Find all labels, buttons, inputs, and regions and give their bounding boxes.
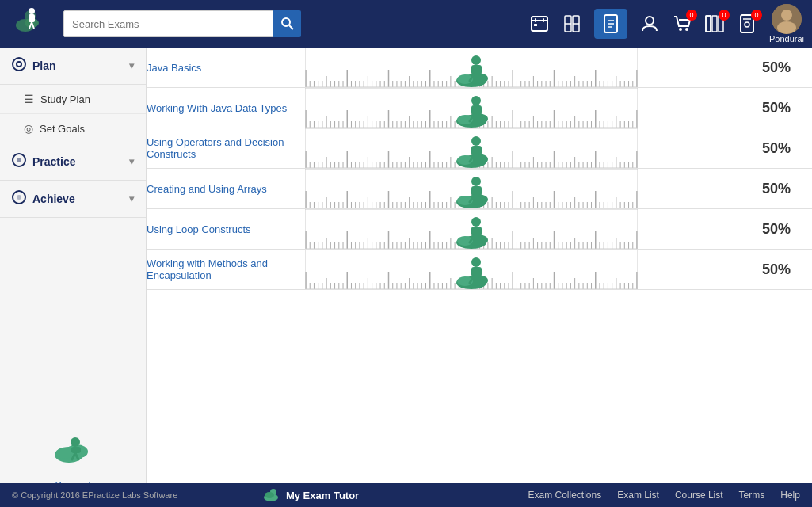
layout: Plan ▾ ☰ Study Plan ◎ Set Goals Practice… xyxy=(0,48,812,507)
plan-label: Plan xyxy=(32,59,56,72)
topic-cell: Working With Java Data Types xyxy=(147,88,305,128)
svg-rect-496 xyxy=(471,227,482,236)
sidebar-item-practice[interactable]: Practice ▾ xyxy=(0,143,146,181)
plan-chevron: ▾ xyxy=(129,60,134,71)
topic-cell: Using Operators and Decision Constructs xyxy=(147,128,305,169)
support-icon xyxy=(51,425,95,475)
document-icon-btn[interactable] xyxy=(594,9,627,39)
score-cell: 50% xyxy=(741,88,812,128)
sidebar-item-set-goals[interactable]: ◎ Set Goals xyxy=(0,114,146,143)
footer-link[interactable]: Exam List xyxy=(617,490,659,501)
search-button[interactable] xyxy=(273,10,301,37)
plan-icon xyxy=(12,57,26,74)
sidebar: Plan ▾ ☰ Study Plan ◎ Set Goals Practice… xyxy=(0,48,147,507)
topic-link[interactable]: Working With Java Data Types xyxy=(147,102,287,114)
topic-cell: Creating and Using Arrays xyxy=(147,169,305,209)
svg-point-34 xyxy=(777,21,796,34)
svg-rect-136 xyxy=(471,65,482,74)
svg-rect-27 xyxy=(712,16,717,32)
svg-point-591 xyxy=(265,492,274,498)
svg-point-3 xyxy=(29,8,35,14)
user-area[interactable]: Pondurai xyxy=(769,4,804,44)
practice-label: Practice xyxy=(32,155,75,168)
svg-point-315 xyxy=(471,136,481,146)
set-goals-label: Set Goals xyxy=(40,123,85,135)
svg-line-8 xyxy=(289,25,293,29)
study-plan-icon: ☰ xyxy=(24,93,34,105)
achieve-label: Achieve xyxy=(32,193,75,205)
main-content: Java Basics50%Working With Java Data Typ… xyxy=(147,48,812,507)
svg-rect-46 xyxy=(71,447,81,453)
svg-rect-25 xyxy=(706,16,711,32)
progress-cell xyxy=(305,250,741,290)
svg-rect-12 xyxy=(543,18,544,22)
profile-icon-btn[interactable] xyxy=(529,13,550,34)
cart-icon-btn[interactable]: 0 xyxy=(672,13,692,34)
user-icon-btn[interactable] xyxy=(639,13,660,34)
svg-point-41 xyxy=(17,195,21,200)
svg-rect-9 xyxy=(532,17,547,31)
svg-rect-586 xyxy=(471,267,482,276)
app-footer: © Copyright 2016 EPractize Labs Software… xyxy=(0,483,812,507)
svg-rect-316 xyxy=(471,146,482,155)
achieve-chevron: ▾ xyxy=(129,193,134,204)
score-cell: 50% xyxy=(741,250,812,290)
topic-cell: Java Basics xyxy=(147,48,305,88)
book-icon-btn[interactable] xyxy=(562,13,582,34)
document2-badge: 0 xyxy=(751,10,762,21)
table-row: Creating and Using Arrays50% xyxy=(147,169,812,209)
footer-link[interactable]: Exam Collections xyxy=(528,490,602,501)
topic-link[interactable]: Java Basics xyxy=(147,62,201,74)
table-row: Using Operators and Decision Constructs5… xyxy=(147,128,812,169)
svg-point-45 xyxy=(71,437,80,447)
topic-link[interactable]: Using Loop Constructs xyxy=(147,223,251,235)
svg-point-7 xyxy=(282,18,290,26)
achieve-icon xyxy=(12,190,26,208)
username: Pondurai xyxy=(769,34,804,44)
svg-rect-4 xyxy=(29,14,35,22)
progress-cell xyxy=(305,88,741,128)
logo xyxy=(8,4,55,44)
svg-point-24 xyxy=(685,28,688,31)
svg-rect-13 xyxy=(534,24,537,26)
footer-link[interactable]: Course List xyxy=(675,490,723,501)
svg-point-44 xyxy=(56,448,72,459)
svg-point-37 xyxy=(17,63,21,66)
sidebar-item-plan[interactable]: Plan ▾ xyxy=(0,48,146,85)
sidebar-item-study-plan[interactable]: ☰ Study Plan xyxy=(0,85,146,114)
svg-point-585 xyxy=(471,257,481,267)
footer-logo-icon xyxy=(262,485,280,506)
footer-link[interactable]: Help xyxy=(780,490,800,501)
svg-point-33 xyxy=(781,10,792,21)
progress-cell xyxy=(305,48,741,88)
sidebar-item-achieve[interactable]: Achieve ▾ xyxy=(0,181,146,218)
topic-link[interactable]: Using Operators and Decision Constructs xyxy=(147,136,284,160)
study-plan-label: Study Plan xyxy=(40,93,90,105)
progress-cell xyxy=(305,169,741,209)
pages-icon-btn[interactable]: 0 xyxy=(704,13,725,34)
table-row: Using Loop Constructs50% xyxy=(147,209,812,250)
svg-point-30 xyxy=(745,22,749,27)
score-cell: 50% xyxy=(741,209,812,250)
footer-link[interactable]: Terms xyxy=(739,490,765,501)
topic-link[interactable]: Creating and Using Arrays xyxy=(147,183,267,195)
study-table: Java Basics50%Working With Java Data Typ… xyxy=(147,48,812,290)
svg-point-405 xyxy=(471,177,481,186)
score-cell: 50% xyxy=(741,128,812,169)
copyright: © Copyright 2016 EPractize Labs Software xyxy=(12,490,177,500)
practice-icon xyxy=(12,153,26,170)
table-row: Working with Methods and Encapsulation50… xyxy=(147,250,812,290)
table-row: Working With Java Data Types50% xyxy=(147,88,812,128)
svg-rect-11 xyxy=(535,18,536,22)
practice-chevron: ▾ xyxy=(129,156,134,167)
app-header: 0 0 0 xyxy=(0,0,812,48)
footer-brand-area: My Exam Tutor xyxy=(262,485,359,506)
footer-links: Exam CollectionsExam ListCourse ListTerm… xyxy=(528,490,800,501)
document2-icon-btn[interactable]: 0 xyxy=(737,13,757,34)
topic-cell: Using Loop Constructs xyxy=(147,209,305,250)
progress-cell xyxy=(305,209,741,250)
topic-link[interactable]: Working with Methods and Encapsulation xyxy=(147,257,268,281)
avatar xyxy=(772,4,802,34)
svg-rect-226 xyxy=(471,105,482,115)
search-input[interactable] xyxy=(63,10,273,37)
